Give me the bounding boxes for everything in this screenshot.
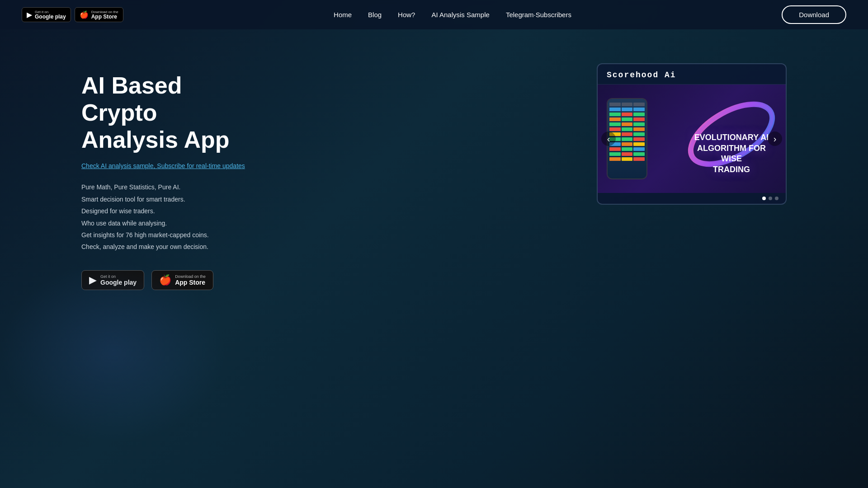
nav-google-play-big: Google play bbox=[35, 14, 66, 19]
carousel-dot-3[interactable] bbox=[775, 197, 778, 200]
desc-line-3: Designed for wise traders. bbox=[81, 206, 245, 216]
carousel-next-button[interactable]: › bbox=[768, 131, 782, 146]
hero-as-small: Download on the bbox=[175, 274, 206, 279]
hero-description: Pure Math, Pure Statistics, Pure AI. Sma… bbox=[81, 182, 245, 252]
nav-links: Home Blog How? AI Analysis Sample Telegr… bbox=[334, 11, 571, 19]
carousel-text-overlay: EVOLUTIONARY AI ALGORITHM FOR WISE TRADI… bbox=[686, 132, 777, 175]
carousel-dot-2[interactable] bbox=[769, 197, 772, 200]
desc-line-2: Smart decision tool for smart traders. bbox=[81, 194, 245, 204]
apple-icon: 🍎 bbox=[80, 10, 89, 19]
carousel-dot-1[interactable] bbox=[762, 197, 766, 200]
nav-app-store-big: App Store bbox=[91, 14, 118, 19]
hero-google-play-badge[interactable]: ▶ Get it on Google play bbox=[81, 270, 144, 290]
nav-google-play-badge[interactable]: ▶ Get it on Google play bbox=[22, 7, 71, 22]
desc-line-5: Get insights for 76 high market-capped c… bbox=[81, 230, 245, 240]
carousel: Scorehood Ai bbox=[597, 63, 787, 205]
navbar: ▶ Get it on Google play 🍎 Download on th… bbox=[0, 0, 868, 29]
hero-as-big: App Store bbox=[175, 279, 206, 286]
apple-icon-lg: 🍎 bbox=[159, 274, 171, 286]
hero-gp-small: Get it on bbox=[100, 274, 137, 279]
google-play-icon-lg: ▶ bbox=[89, 274, 97, 286]
nav-telegram[interactable]: Telegram·Subscribers bbox=[506, 11, 571, 19]
google-play-icon: ▶ bbox=[27, 10, 32, 19]
carousel-dots bbox=[598, 193, 786, 204]
nav-download-button[interactable]: Download bbox=[782, 5, 846, 24]
desc-line-4: Who use data while analysing. bbox=[81, 218, 245, 228]
hero-left: AI Based Crypto Analysis App Check AI an… bbox=[81, 63, 245, 290]
carousel-prev-button[interactable]: ‹ bbox=[601, 131, 616, 146]
carousel-title: Scorehood Ai bbox=[598, 64, 786, 84]
hero-cta-link[interactable]: Check AI analysis sample, Subscribe for … bbox=[81, 162, 245, 169]
hero-app-store-badge[interactable]: 🍎 Download on the App Store bbox=[151, 270, 213, 290]
desc-line-1: Pure Math, Pure Statistics, Pure AI. bbox=[81, 182, 245, 192]
nav-blog[interactable]: Blog bbox=[368, 11, 382, 19]
hero-section: AI Based Crypto Analysis App Check AI an… bbox=[0, 0, 868, 488]
hero-gp-big: Google play bbox=[100, 279, 137, 286]
hero-right: Scorehood Ai bbox=[597, 63, 787, 205]
nav-logo: ▶ Get it on Google play 🍎 Download on th… bbox=[22, 7, 123, 22]
carousel-slide: EVOLUTIONARY AI ALGORITHM FOR WISE TRADI… bbox=[598, 84, 786, 193]
nav-app-store-badge[interactable]: 🍎 Download on the App Store bbox=[75, 7, 123, 22]
nav-how[interactable]: How? bbox=[398, 11, 415, 19]
hero-title: AI Based Crypto Analysis App bbox=[81, 72, 245, 153]
hero-store-badges: ▶ Get it on Google play 🍎 Download on th… bbox=[81, 270, 245, 290]
desc-line-6: Check, analyze and make your own decisio… bbox=[81, 242, 245, 252]
nav-ai-sample[interactable]: AI Analysis Sample bbox=[431, 11, 489, 19]
nav-home[interactable]: Home bbox=[334, 11, 352, 19]
hero-content: AI Based Crypto Analysis App Check AI an… bbox=[0, 36, 868, 488]
